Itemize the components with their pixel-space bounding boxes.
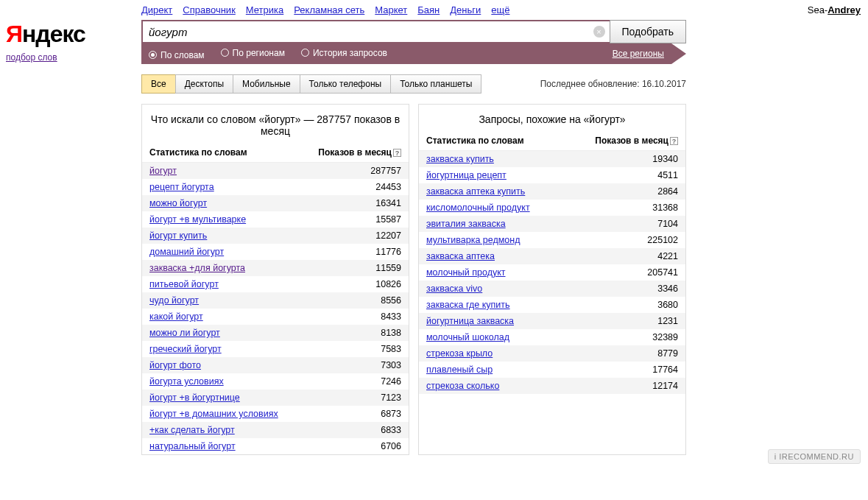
- table-row: закваска купить19340: [419, 151, 685, 167]
- device-tab[interactable]: Только телефоны: [300, 74, 392, 94]
- keyword-link[interactable]: йогурта условиях: [149, 376, 224, 387]
- keyword-link[interactable]: закваска +для йогурта: [149, 263, 245, 273]
- keyword-link[interactable]: натуральный йогурт: [149, 441, 236, 451]
- impressions-count: 24453: [375, 182, 401, 192]
- keyword-link[interactable]: йогурт +в йогуртнице: [149, 392, 240, 403]
- device-tab[interactable]: Десктопы: [175, 74, 233, 94]
- topnav-link[interactable]: ещё: [491, 4, 509, 15]
- impressions-count: 2864: [657, 186, 678, 197]
- impressions-count: 8433: [381, 311, 401, 322]
- table-row: стрекоза крыло8779: [419, 345, 685, 362]
- impressions-count: 6833: [381, 425, 401, 435]
- keyword-link[interactable]: йогурт +в домашних условиях: [149, 409, 278, 419]
- arrow-decor: [671, 43, 686, 64]
- keyword-link[interactable]: йогурт +в мультиварке: [149, 214, 246, 225]
- topnav-link[interactable]: Рекламная сеть: [294, 4, 364, 15]
- keyword-link[interactable]: йогуртница закваска: [426, 316, 514, 326]
- mode-bar: По словамПо регионамИстория запросов Все…: [141, 43, 671, 64]
- keyword-link[interactable]: закваска аптека купить: [426, 186, 525, 197]
- table-row: закваска vivo3346: [419, 281, 685, 297]
- keyword-link[interactable]: йогурт фото: [149, 360, 201, 370]
- impressions-count: 7303: [381, 360, 401, 370]
- keyword-link[interactable]: йогуртница рецепт: [426, 170, 507, 180]
- keyword-link[interactable]: стрекоза крыло: [426, 348, 493, 359]
- table-row: +как сделать йогурт6833: [142, 422, 409, 438]
- table-row: йогурт +в домашних условиях6873: [142, 406, 409, 422]
- table-row: йогуртница рецепт4511: [419, 167, 685, 183]
- table-row: стрекоза сколько12174: [419, 378, 685, 394]
- impressions-count: 3680: [657, 300, 678, 310]
- table-row: йогурт купить12207: [142, 228, 409, 244]
- keyword-link[interactable]: можно йогурт: [149, 198, 207, 208]
- topnav-link[interactable]: Справочник: [183, 4, 236, 15]
- mode-radio[interactable]: По регионам: [221, 48, 285, 58]
- yandex-logo[interactable]: Яндекс: [6, 21, 124, 48]
- device-tab[interactable]: Все: [141, 74, 176, 94]
- keyword-link[interactable]: закваска vivo: [426, 284, 482, 294]
- topnav-link[interactable]: Директ: [141, 4, 172, 15]
- submit-button[interactable]: Подобрать: [610, 20, 687, 43]
- keyword-link[interactable]: стрекоза сколько: [426, 381, 499, 391]
- impressions-count: 287757: [370, 166, 401, 176]
- all-regions-link[interactable]: Все регионы: [613, 49, 664, 59]
- keyword-link[interactable]: йогурт: [149, 166, 177, 176]
- impressions-count: 12207: [375, 230, 401, 241]
- table-row: можно ли йогурт8138: [142, 325, 409, 341]
- topnav-link[interactable]: Маркет: [375, 4, 407, 15]
- impressions-count: 8779: [657, 348, 678, 359]
- impressions-count: 4221: [657, 251, 678, 261]
- keyword-link[interactable]: питьевой йогурт: [149, 279, 219, 289]
- keyword-link[interactable]: можно ли йогурт: [149, 328, 220, 338]
- table-row: мультиварка редмонд225102: [419, 232, 685, 248]
- table-row: эвиталия закваска7104: [419, 216, 685, 232]
- search-input[interactable]: [143, 21, 610, 42]
- mode-radio[interactable]: По словам: [149, 50, 205, 60]
- mode-radio[interactable]: История запросов: [301, 48, 387, 58]
- keyword-link[interactable]: +как сделать йогурт: [149, 425, 235, 435]
- keyword-link[interactable]: молочный продукт: [426, 267, 506, 278]
- radio-label: История запросов: [313, 48, 387, 58]
- table-row: закваска где купить3680: [419, 297, 685, 313]
- keyword-link[interactable]: молочный шоколад: [426, 332, 509, 342]
- table-row: кисломолочный продукт31368: [419, 200, 685, 216]
- keyword-link[interactable]: закваска купить: [426, 154, 494, 164]
- keyword-link[interactable]: какой йогурт: [149, 311, 203, 322]
- keyword-link[interactable]: греческий йогурт: [149, 344, 222, 354]
- col-header-terms: Статистика по словам: [149, 147, 247, 158]
- help-icon[interactable]: ?: [393, 149, 401, 157]
- keyword-link[interactable]: рецепт йогурта: [149, 182, 214, 192]
- table-row: рецепт йогурта24453: [142, 179, 409, 195]
- impressions-count: 7246: [381, 376, 401, 387]
- impressions-count: 7583: [381, 344, 401, 354]
- wordstat-sublogo[interactable]: подбор слов: [6, 52, 57, 63]
- right-panel: Запросы, похожие на «йогурт» Статистика …: [418, 104, 686, 455]
- help-icon[interactable]: ?: [670, 137, 678, 145]
- radio-label: По регионам: [233, 48, 285, 58]
- keyword-link[interactable]: кисломолочный продукт: [426, 203, 530, 213]
- topnav-link[interactable]: Метрика: [246, 4, 283, 15]
- impressions-count: 4511: [657, 170, 678, 180]
- device-tab[interactable]: Только планшеты: [390, 74, 481, 94]
- topnav-link[interactable]: Баян: [417, 4, 440, 15]
- device-tabs: ВсеДесктопыМобильныеТолько телефоныТольк…: [141, 74, 481, 94]
- device-tab[interactable]: Мобильные: [233, 74, 300, 94]
- impressions-count: 11559: [375, 263, 401, 273]
- user-link[interactable]: Sea-Andrey: [808, 4, 861, 15]
- keyword-link[interactable]: закваска где купить: [426, 300, 510, 310]
- table-row: молочный шоколад32389: [419, 329, 685, 345]
- keyword-link[interactable]: домашний йогурт: [149, 247, 224, 257]
- keyword-link[interactable]: плавленый сыр: [426, 365, 493, 375]
- topnav-link[interactable]: Деньги: [450, 4, 481, 15]
- keyword-link[interactable]: эвиталия закваска: [426, 219, 506, 229]
- keyword-link[interactable]: чудо йогурт: [149, 295, 199, 306]
- left-panel-title: Что искали со словом «йогурт» — 287757 п…: [142, 105, 409, 144]
- impressions-count: 205741: [647, 267, 678, 278]
- table-row: домашний йогурт11776: [142, 244, 409, 260]
- table-row: йогуртница закваска1231: [419, 313, 685, 329]
- keyword-link[interactable]: мультиварка редмонд: [426, 235, 520, 245]
- table-row: греческий йогурт7583: [142, 341, 409, 357]
- keyword-link[interactable]: закваска аптека: [426, 251, 495, 261]
- keyword-link[interactable]: йогурт купить: [149, 230, 207, 241]
- clear-icon[interactable]: ×: [593, 26, 605, 38]
- table-row: йогурт +в мультиварке15587: [142, 211, 409, 228]
